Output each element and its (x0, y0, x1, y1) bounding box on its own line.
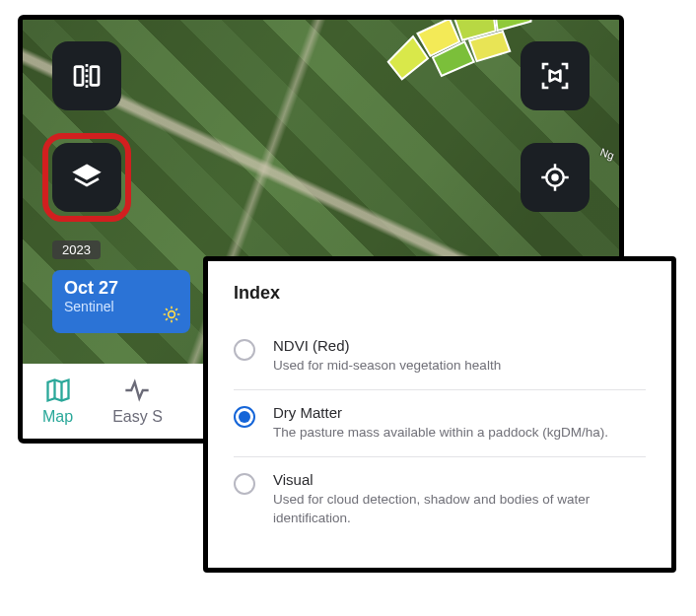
map-frame-icon (539, 60, 571, 92)
pulse-icon (123, 376, 151, 404)
option-title: NDVI (Red) (273, 337, 501, 354)
sun-icon (162, 305, 181, 324)
year-badge: 2023 (52, 240, 101, 259)
map-icon (44, 376, 72, 404)
compare-button[interactable] (52, 41, 121, 110)
index-option-dry-matter[interactable]: Dry Matter The pasture mass available wi… (234, 390, 646, 457)
svg-line-21 (166, 308, 168, 310)
radio-icon (234, 339, 255, 361)
tab-map[interactable]: Map (42, 376, 73, 426)
layers-icon (71, 162, 103, 193)
tab-easy-scan-label: Easy S (112, 408, 163, 426)
fit-bounds-button[interactable] (521, 41, 590, 110)
svg-point-16 (169, 311, 175, 318)
crosshair-icon (540, 163, 570, 192)
svg-rect-7 (91, 67, 99, 86)
radio-icon (234, 473, 255, 495)
option-title: Dry Matter (273, 404, 608, 421)
index-option-ndvi[interactable]: NDVI (Red) Used for mid-season vegetatio… (234, 323, 646, 390)
layers-button[interactable] (52, 143, 121, 212)
imagery-date-card[interactable]: Oct 27 Sentinel (52, 270, 190, 333)
svg-line-24 (175, 308, 177, 310)
svg-point-11 (553, 175, 558, 180)
split-compare-icon (71, 60, 103, 92)
tab-easy-scan[interactable]: Easy S (112, 376, 163, 426)
option-desc: Used for mid-season vegetation health (273, 357, 501, 376)
tab-map-label: Map (42, 408, 73, 426)
index-option-visual[interactable]: Visual Used for cloud detection, shadow … (234, 457, 646, 542)
svg-line-22 (175, 318, 177, 320)
svg-rect-6 (75, 67, 83, 86)
road-label: Ng (598, 146, 615, 162)
index-popover: Index NDVI (Red) Used for mid-season veg… (203, 256, 676, 573)
imagery-date: Oct 27 (64, 278, 178, 299)
option-desc: Used for cloud detection, shadow and bod… (273, 491, 646, 528)
svg-marker-9 (75, 166, 99, 178)
index-heading: Index (234, 283, 646, 304)
locate-button[interactable] (521, 143, 590, 212)
svg-line-23 (166, 318, 168, 320)
option-desc: The pasture mass available within a padd… (273, 424, 608, 443)
option-title: Visual (273, 471, 646, 488)
radio-icon (234, 406, 255, 428)
svg-marker-3 (493, 15, 536, 31)
